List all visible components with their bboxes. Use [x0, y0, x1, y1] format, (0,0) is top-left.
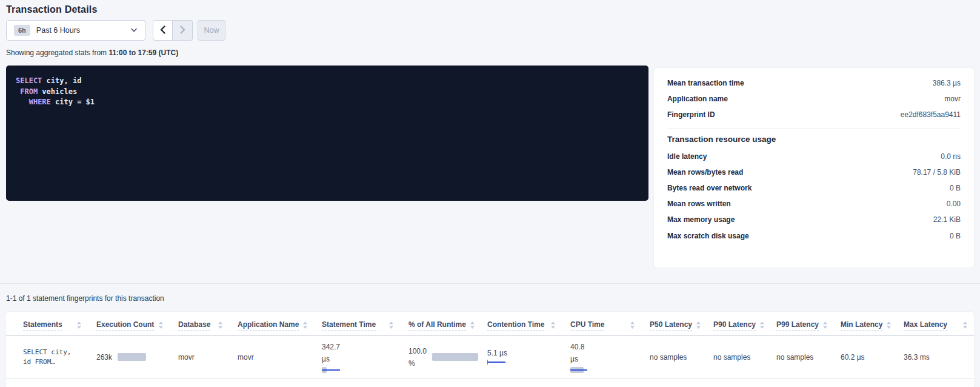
summary-row: Application name movr: [667, 91, 961, 107]
statement-time-cell: 342.7 µs: [313, 336, 400, 379]
prev-time-button[interactable]: [153, 20, 173, 41]
main-row: SELECT city, id FROM vehicles WHERE city…: [6, 66, 974, 268]
sql-keyword: FROM: [20, 87, 38, 96]
time-controls: 6h Past 6 Hours Now: [6, 20, 974, 41]
sql-line: WHERE city = $1: [16, 97, 639, 108]
summary-row: Mean transaction time 386.3 µs: [667, 75, 961, 91]
transaction-summary-card: Mean transaction time 386.3 µs Applicati…: [654, 68, 974, 268]
sql-line: FROM vehicles: [16, 87, 639, 98]
statements-table: Statements Execution Count Database Appl…: [6, 312, 974, 379]
sort-icon[interactable]: [822, 320, 828, 331]
resource-label: Max scratch disk usage: [667, 232, 749, 240]
aggregated-stats-caption: Showing aggregated stats from 11:00 to 1…: [6, 49, 974, 57]
column-header-contention-time[interactable]: Contention Time: [479, 312, 562, 336]
statements-table-card: Statements Execution Count Database Appl…: [6, 312, 974, 387]
column-header-max-latency[interactable]: Max Latency: [895, 312, 974, 336]
column-header-p50-latency[interactable]: P50 Latency: [641, 312, 705, 336]
resource-value: 0.00: [947, 200, 961, 208]
resource-value: 0 B: [950, 232, 961, 240]
sql-keyword: SELECT: [16, 76, 42, 85]
cpu-time-bar: [570, 367, 601, 373]
resource-value: 78.17 / 5.8 KiB: [913, 168, 961, 177]
column-header-statement-time[interactable]: Statement Time: [313, 312, 400, 336]
summary-divider: [667, 129, 961, 129]
column-header-database[interactable]: Database: [170, 312, 229, 336]
column-header-application-name[interactable]: Application Name: [229, 312, 313, 336]
statement-fingerprint-link[interactable]: SELECT city, id FROM…: [6, 336, 88, 379]
sort-icon[interactable]: [76, 320, 82, 331]
page-title: Transaction Details: [6, 0, 974, 15]
resource-row: Idle latency 0.0 ns: [667, 149, 961, 164]
p50-latency-cell: no samples: [641, 336, 705, 379]
column-header-p90-latency[interactable]: P90 Latency: [705, 312, 768, 336]
column-header-execution-count[interactable]: Execution Count: [88, 312, 170, 336]
resource-row: Max scratch disk usage 0 B: [667, 228, 961, 244]
summary-label: Application name: [667, 95, 728, 103]
sql-keyword: WHERE: [29, 98, 51, 106]
resource-label: Mean rows/bytes read: [667, 168, 743, 177]
sort-icon[interactable]: [886, 320, 892, 331]
resource-row: Bytes read over network 0 B: [667, 180, 961, 196]
section-divider: [0, 283, 980, 284]
pct-runtime-bar: [432, 353, 478, 361]
max-latency-cell: 36.3 ms: [895, 336, 974, 379]
database-cell: movr: [170, 336, 229, 379]
application-name-cell: movr: [229, 336, 313, 379]
now-button[interactable]: Now: [198, 20, 225, 41]
sort-icon[interactable]: [302, 320, 308, 331]
time-range-label: Past 6 Hours: [36, 26, 80, 35]
cpu-time-cell: 40.8 µs: [562, 336, 641, 379]
chevron-down-icon: [130, 28, 138, 33]
chevron-right-icon: [180, 25, 185, 36]
table-header-row: Statements Execution Count Database Appl…: [6, 312, 974, 336]
resource-label: Mean rows written: [667, 200, 731, 208]
sort-icon[interactable]: [696, 320, 701, 331]
resource-label: Max memory usage: [667, 215, 735, 224]
resource-label: Idle latency: [667, 152, 707, 161]
resource-value: 22.1 KiB: [933, 215, 961, 224]
summary-label: Fingerprint ID: [667, 110, 715, 119]
resource-value: 0 B: [950, 184, 961, 192]
resource-label: Bytes read over network: [667, 184, 752, 192]
resource-usage-heading: Transaction resource usage: [667, 135, 961, 144]
sort-icon[interactable]: [388, 320, 394, 331]
summary-value: movr: [944, 95, 961, 103]
statement-row: SELECT city, id FROM… 263k movr movr 342…: [6, 336, 974, 379]
column-header-cpu-time[interactable]: CPU Time: [562, 312, 641, 336]
execution-count-cell: 263k: [88, 336, 170, 379]
transaction-details-page: Transaction Details 6h Past 6 Hours Now: [0, 0, 980, 268]
pct-runtime-cell: 100.0 %: [400, 336, 479, 379]
sort-icon[interactable]: [550, 320, 556, 331]
summary-row: Fingerprint ID ee2df683f5aa9411: [667, 107, 961, 123]
sort-icon[interactable]: [218, 320, 223, 331]
fingerprints-caption: 1-1 of 1 statement fingerprints for this…: [6, 294, 974, 303]
column-header-pct-runtime[interactable]: % of All Runtime: [400, 312, 479, 336]
time-range-badge: 6h: [14, 25, 30, 36]
sql-statement-box: SELECT city, id FROM vehicles WHERE city…: [6, 66, 648, 201]
contention-time-cell: 5.1 µs: [479, 336, 562, 379]
column-header-min-latency[interactable]: Min Latency: [832, 312, 895, 336]
sort-icon[interactable]: [962, 320, 968, 331]
sort-icon[interactable]: [759, 320, 765, 331]
column-header-statements[interactable]: Statements: [6, 312, 88, 336]
sort-icon[interactable]: [630, 320, 635, 331]
caption-range: 11:00 to 17:59 (UTC): [108, 49, 178, 57]
p99-latency-cell: no samples: [768, 336, 832, 379]
column-header-p99-latency[interactable]: P99 Latency: [768, 312, 832, 336]
statements-section: 1-1 of 1 statement fingerprints for this…: [0, 294, 980, 387]
time-step-group: [153, 20, 193, 41]
caption-prefix: Showing aggregated stats from: [6, 49, 108, 57]
execution-count-bar: [118, 353, 146, 361]
next-time-button[interactable]: [173, 20, 193, 41]
summary-label: Mean transaction time: [667, 79, 744, 87]
time-range-dropdown[interactable]: 6h Past 6 Hours: [6, 20, 145, 41]
summary-value: ee2df683f5aa9411: [901, 110, 961, 119]
resource-value: 0.0 ns: [941, 152, 961, 161]
resource-row: Max memory usage 22.1 KiB: [667, 212, 961, 227]
sort-icon[interactable]: [158, 320, 164, 331]
contention-time-bar: [487, 359, 518, 365]
sort-icon[interactable]: [470, 320, 475, 331]
summary-value: 386.3 µs: [933, 79, 961, 87]
min-latency-cell: 60.2 µs: [832, 336, 895, 379]
chevron-left-icon: [160, 25, 165, 36]
